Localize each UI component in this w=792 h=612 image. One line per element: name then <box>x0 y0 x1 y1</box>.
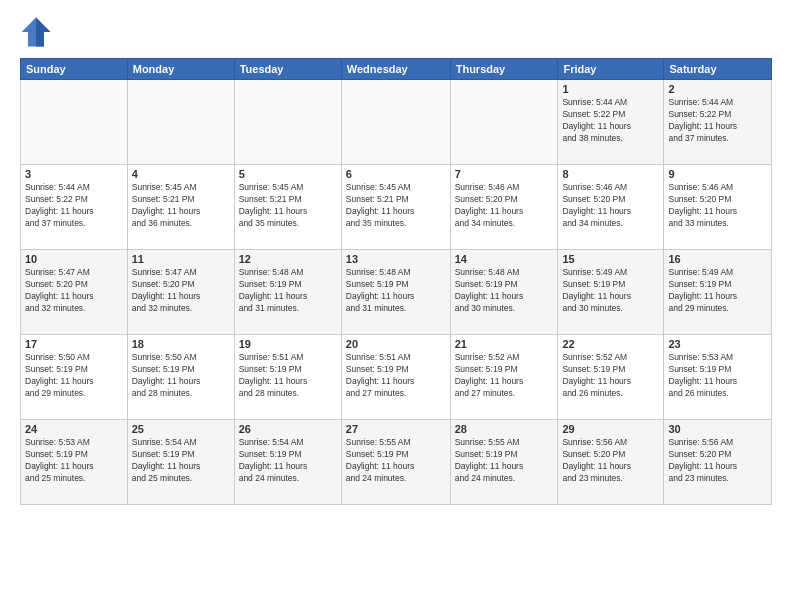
svg-marker-1 <box>36 18 50 47</box>
day-info: Sunrise: 5:46 AM Sunset: 5:20 PM Dayligh… <box>562 182 659 230</box>
calendar-day-9: 9Sunrise: 5:46 AM Sunset: 5:20 PM Daylig… <box>664 165 772 250</box>
calendar-day-21: 21Sunrise: 5:52 AM Sunset: 5:19 PM Dayli… <box>450 335 558 420</box>
calendar-day-2: 2Sunrise: 5:44 AM Sunset: 5:22 PM Daylig… <box>664 80 772 165</box>
calendar-table: SundayMondayTuesdayWednesdayThursdayFrid… <box>20 58 772 505</box>
day-number: 9 <box>668 168 767 180</box>
day-number: 26 <box>239 423 337 435</box>
day-number: 7 <box>455 168 554 180</box>
day-info: Sunrise: 5:52 AM Sunset: 5:19 PM Dayligh… <box>562 352 659 400</box>
header <box>20 16 772 48</box>
calendar-day-25: 25Sunrise: 5:54 AM Sunset: 5:19 PM Dayli… <box>127 420 234 505</box>
day-info: Sunrise: 5:54 AM Sunset: 5:19 PM Dayligh… <box>239 437 337 485</box>
calendar-day-13: 13Sunrise: 5:48 AM Sunset: 5:19 PM Dayli… <box>341 250 450 335</box>
calendar-day-18: 18Sunrise: 5:50 AM Sunset: 5:19 PM Dayli… <box>127 335 234 420</box>
calendar-day-24: 24Sunrise: 5:53 AM Sunset: 5:19 PM Dayli… <box>21 420 128 505</box>
day-number: 5 <box>239 168 337 180</box>
logo <box>20 16 56 48</box>
day-number: 24 <box>25 423 123 435</box>
page: SundayMondayTuesdayWednesdayThursdayFrid… <box>0 0 792 612</box>
calendar-week-row: 17Sunrise: 5:50 AM Sunset: 5:19 PM Dayli… <box>21 335 772 420</box>
calendar-day-5: 5Sunrise: 5:45 AM Sunset: 5:21 PM Daylig… <box>234 165 341 250</box>
day-info: Sunrise: 5:50 AM Sunset: 5:19 PM Dayligh… <box>25 352 123 400</box>
day-info: Sunrise: 5:51 AM Sunset: 5:19 PM Dayligh… <box>346 352 446 400</box>
calendar-empty-cell <box>341 80 450 165</box>
day-info: Sunrise: 5:48 AM Sunset: 5:19 PM Dayligh… <box>239 267 337 315</box>
calendar-day-29: 29Sunrise: 5:56 AM Sunset: 5:20 PM Dayli… <box>558 420 664 505</box>
calendar-empty-cell <box>234 80 341 165</box>
day-info: Sunrise: 5:49 AM Sunset: 5:19 PM Dayligh… <box>562 267 659 315</box>
day-info: Sunrise: 5:56 AM Sunset: 5:20 PM Dayligh… <box>562 437 659 485</box>
day-number: 11 <box>132 253 230 265</box>
calendar-day-26: 26Sunrise: 5:54 AM Sunset: 5:19 PM Dayli… <box>234 420 341 505</box>
day-number: 1 <box>562 83 659 95</box>
calendar-day-7: 7Sunrise: 5:46 AM Sunset: 5:20 PM Daylig… <box>450 165 558 250</box>
day-info: Sunrise: 5:53 AM Sunset: 5:19 PM Dayligh… <box>668 352 767 400</box>
day-info: Sunrise: 5:44 AM Sunset: 5:22 PM Dayligh… <box>25 182 123 230</box>
calendar-day-10: 10Sunrise: 5:47 AM Sunset: 5:20 PM Dayli… <box>21 250 128 335</box>
calendar-day-27: 27Sunrise: 5:55 AM Sunset: 5:19 PM Dayli… <box>341 420 450 505</box>
day-number: 17 <box>25 338 123 350</box>
calendar-day-23: 23Sunrise: 5:53 AM Sunset: 5:19 PM Dayli… <box>664 335 772 420</box>
calendar-empty-cell <box>127 80 234 165</box>
weekday-header-thursday: Thursday <box>450 59 558 80</box>
calendar-day-20: 20Sunrise: 5:51 AM Sunset: 5:19 PM Dayli… <box>341 335 450 420</box>
day-info: Sunrise: 5:44 AM Sunset: 5:22 PM Dayligh… <box>562 97 659 145</box>
day-info: Sunrise: 5:56 AM Sunset: 5:20 PM Dayligh… <box>668 437 767 485</box>
calendar-day-15: 15Sunrise: 5:49 AM Sunset: 5:19 PM Dayli… <box>558 250 664 335</box>
day-number: 12 <box>239 253 337 265</box>
calendar-day-6: 6Sunrise: 5:45 AM Sunset: 5:21 PM Daylig… <box>341 165 450 250</box>
calendar-day-8: 8Sunrise: 5:46 AM Sunset: 5:20 PM Daylig… <box>558 165 664 250</box>
calendar-week-row: 24Sunrise: 5:53 AM Sunset: 5:19 PM Dayli… <box>21 420 772 505</box>
day-number: 23 <box>668 338 767 350</box>
day-number: 29 <box>562 423 659 435</box>
day-number: 4 <box>132 168 230 180</box>
day-number: 8 <box>562 168 659 180</box>
day-number: 27 <box>346 423 446 435</box>
weekday-header-friday: Friday <box>558 59 664 80</box>
logo-icon <box>20 16 52 48</box>
day-number: 3 <box>25 168 123 180</box>
day-info: Sunrise: 5:44 AM Sunset: 5:22 PM Dayligh… <box>668 97 767 145</box>
calendar-header-row: SundayMondayTuesdayWednesdayThursdayFrid… <box>21 59 772 80</box>
day-info: Sunrise: 5:50 AM Sunset: 5:19 PM Dayligh… <box>132 352 230 400</box>
day-number: 14 <box>455 253 554 265</box>
calendar-week-row: 3Sunrise: 5:44 AM Sunset: 5:22 PM Daylig… <box>21 165 772 250</box>
day-info: Sunrise: 5:46 AM Sunset: 5:20 PM Dayligh… <box>668 182 767 230</box>
day-number: 10 <box>25 253 123 265</box>
weekday-header-monday: Monday <box>127 59 234 80</box>
weekday-header-tuesday: Tuesday <box>234 59 341 80</box>
day-info: Sunrise: 5:48 AM Sunset: 5:19 PM Dayligh… <box>455 267 554 315</box>
day-number: 20 <box>346 338 446 350</box>
day-info: Sunrise: 5:52 AM Sunset: 5:19 PM Dayligh… <box>455 352 554 400</box>
calendar-day-28: 28Sunrise: 5:55 AM Sunset: 5:19 PM Dayli… <box>450 420 558 505</box>
day-info: Sunrise: 5:55 AM Sunset: 5:19 PM Dayligh… <box>455 437 554 485</box>
calendar-day-11: 11Sunrise: 5:47 AM Sunset: 5:20 PM Dayli… <box>127 250 234 335</box>
calendar-day-12: 12Sunrise: 5:48 AM Sunset: 5:19 PM Dayli… <box>234 250 341 335</box>
day-number: 22 <box>562 338 659 350</box>
day-number: 25 <box>132 423 230 435</box>
day-number: 19 <box>239 338 337 350</box>
day-number: 2 <box>668 83 767 95</box>
day-number: 18 <box>132 338 230 350</box>
day-info: Sunrise: 5:45 AM Sunset: 5:21 PM Dayligh… <box>239 182 337 230</box>
calendar-week-row: 10Sunrise: 5:47 AM Sunset: 5:20 PM Dayli… <box>21 250 772 335</box>
day-info: Sunrise: 5:45 AM Sunset: 5:21 PM Dayligh… <box>346 182 446 230</box>
day-number: 6 <box>346 168 446 180</box>
day-number: 13 <box>346 253 446 265</box>
day-info: Sunrise: 5:54 AM Sunset: 5:19 PM Dayligh… <box>132 437 230 485</box>
calendar-empty-cell <box>21 80 128 165</box>
weekday-header-wednesday: Wednesday <box>341 59 450 80</box>
calendar-day-19: 19Sunrise: 5:51 AM Sunset: 5:19 PM Dayli… <box>234 335 341 420</box>
day-info: Sunrise: 5:46 AM Sunset: 5:20 PM Dayligh… <box>455 182 554 230</box>
weekday-header-sunday: Sunday <box>21 59 128 80</box>
day-number: 28 <box>455 423 554 435</box>
calendar-empty-cell <box>450 80 558 165</box>
day-info: Sunrise: 5:47 AM Sunset: 5:20 PM Dayligh… <box>25 267 123 315</box>
day-number: 15 <box>562 253 659 265</box>
day-info: Sunrise: 5:48 AM Sunset: 5:19 PM Dayligh… <box>346 267 446 315</box>
day-number: 30 <box>668 423 767 435</box>
weekday-header-saturday: Saturday <box>664 59 772 80</box>
day-info: Sunrise: 5:47 AM Sunset: 5:20 PM Dayligh… <box>132 267 230 315</box>
day-number: 16 <box>668 253 767 265</box>
calendar-day-17: 17Sunrise: 5:50 AM Sunset: 5:19 PM Dayli… <box>21 335 128 420</box>
